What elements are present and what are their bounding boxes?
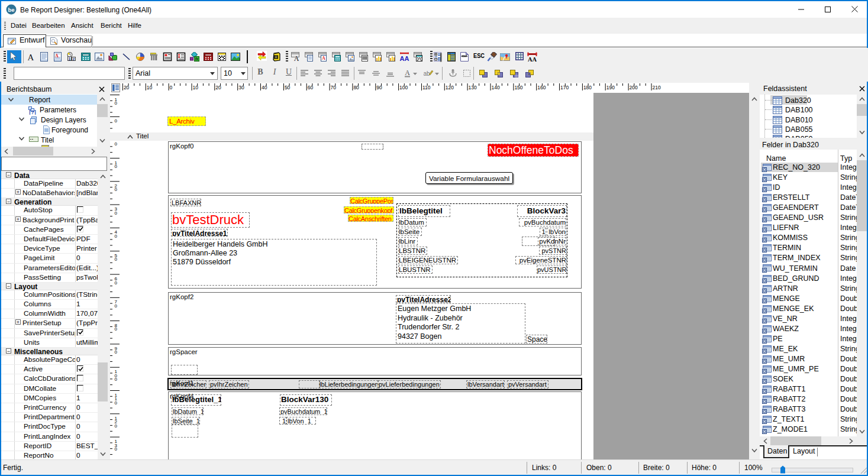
svg-text:160: 160 (537, 85, 546, 90)
svg-text:0: 0 (115, 446, 118, 452)
svg-text:0: 0 (115, 280, 118, 286)
svg-text:210: 210 (653, 85, 661, 90)
svg-text:120: 120 (446, 85, 454, 90)
svg-text:0: 0 (170, 85, 173, 90)
svg-text:0: 0 (115, 423, 118, 429)
svg-text:110: 110 (422, 85, 431, 90)
svg-text:fx: fx (195, 57, 199, 61)
svg-text:0: 0 (115, 187, 118, 192)
svg-text:A: A (405, 69, 410, 77)
svg-text:0: 0 (115, 211, 118, 216)
svg-text:0: 0 (115, 234, 118, 239)
svg-text:0: 0 (115, 303, 118, 309)
svg-text:1: 1 (69, 57, 71, 61)
svg-text:0: 0 (115, 349, 118, 355)
svg-text:0: 0 (115, 164, 118, 169)
svg-text:0: 0 (115, 101, 118, 106)
svg-text:0: 0 (115, 257, 118, 262)
svg-text:AA: AA (400, 55, 409, 62)
svg-text:200: 200 (630, 85, 638, 90)
svg-text:140: 140 (492, 85, 500, 90)
svg-text:be: be (8, 7, 14, 13)
svg-text:ab: ab (424, 70, 430, 77)
svg-text:0: 0 (115, 141, 118, 147)
svg-text:190: 190 (606, 85, 615, 90)
svg-text:130: 130 (469, 85, 477, 90)
svg-text:AA: AA (528, 56, 537, 62)
svg-text:100: 100 (399, 85, 408, 90)
svg-text:150: 150 (514, 85, 522, 90)
svg-text:0: 0 (115, 118, 118, 124)
svg-text:[?]: [?] (29, 109, 36, 115)
svg-text:A: A (55, 53, 59, 59)
svg-text:A: A (28, 53, 34, 62)
svg-text:180: 180 (583, 85, 592, 90)
svg-text:A: A (322, 56, 325, 61)
svg-text:170: 170 (560, 85, 569, 90)
svg-text:0: 0 (115, 326, 118, 332)
svg-text:A: A (294, 54, 299, 62)
svg-text:0: 0 (115, 400, 118, 406)
svg-text:0: 0 (115, 377, 118, 382)
